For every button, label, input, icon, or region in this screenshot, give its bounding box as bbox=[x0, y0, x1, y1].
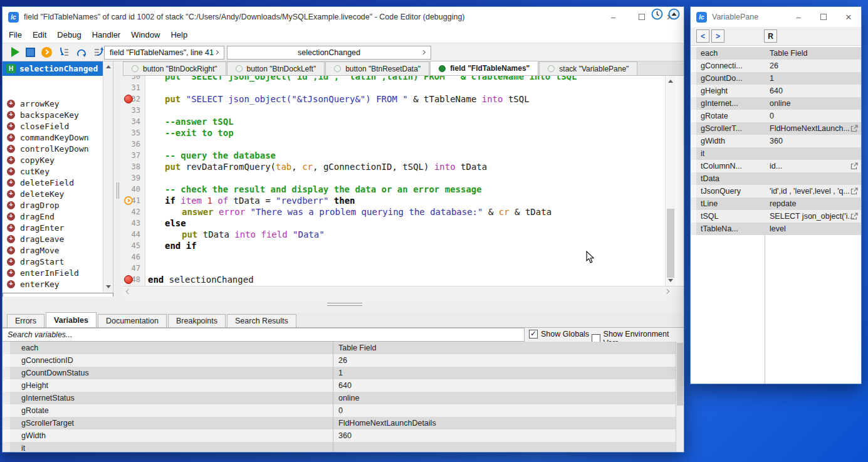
vp-variable-row[interactable]: eachTable Field bbox=[691, 47, 861, 60]
code-line[interactable]: 46 bbox=[123, 251, 665, 263]
code-line[interactable]: 47 bbox=[123, 263, 665, 274]
breakpoint-icon[interactable] bbox=[124, 95, 133, 103]
code-line[interactable]: 36 bbox=[123, 139, 665, 150]
scroll-left-icon[interactable] bbox=[126, 289, 131, 294]
gutter-cell[interactable]: 45 bbox=[123, 240, 145, 251]
vp-variable-row[interactable]: tData bbox=[691, 172, 861, 185]
handler-item-controlkeydown[interactable]: +controlKeyDown bbox=[3, 143, 103, 154]
history-icon[interactable] bbox=[651, 8, 663, 20]
tab-search-results[interactable]: Search Results bbox=[227, 314, 296, 327]
vp-variable-row[interactable]: tLinerepdate bbox=[691, 197, 861, 210]
vp-variable-row[interactable]: gRotate0 bbox=[691, 110, 861, 122]
gutter-cell[interactable]: 30 bbox=[123, 76, 145, 82]
vp-variable-row[interactable]: it bbox=[691, 147, 861, 160]
gutter-cell[interactable]: 43 bbox=[123, 218, 145, 229]
handler-item-dragdrop[interactable]: +dragDrop bbox=[3, 199, 103, 211]
handler-item-dragenter[interactable]: +dragEnter bbox=[3, 222, 103, 233]
refresh-button[interactable]: R bbox=[764, 29, 777, 43]
maximize-button[interactable] bbox=[811, 7, 836, 27]
vp-variable-row[interactable]: tTableNa...level bbox=[691, 223, 861, 235]
gutter-cell[interactable]: 39 bbox=[123, 172, 145, 184]
gutter-cell[interactable]: 35 bbox=[123, 127, 145, 139]
editor-tab[interactable]: stack "VariablePane" bbox=[539, 61, 637, 75]
open-in-editor-icon[interactable] bbox=[850, 125, 858, 132]
step-into-icon[interactable] bbox=[58, 47, 70, 58]
vp-variable-row[interactable]: tColumnN...id... bbox=[691, 160, 861, 172]
menu-help[interactable]: Help bbox=[170, 30, 187, 39]
vp-variable-row[interactable]: tJsonQuery'id',id , 'level',level , 'q..… bbox=[691, 185, 861, 197]
tab-breakpoints[interactable]: Breakpoints bbox=[168, 314, 226, 327]
code-line[interactable]: 43else bbox=[123, 218, 665, 229]
stop-icon[interactable] bbox=[26, 48, 35, 57]
previous-button[interactable]: < bbox=[696, 29, 709, 43]
gutter-cell[interactable]: 38 bbox=[123, 161, 145, 172]
scroll-right-icon[interactable] bbox=[664, 289, 669, 294]
sidebar-scrollbar[interactable] bbox=[103, 61, 113, 292]
tab-variables[interactable]: Variables bbox=[46, 312, 97, 327]
vp-variable-row[interactable]: gHeight640 bbox=[691, 85, 861, 97]
collapse-panel-icon[interactable] bbox=[668, 8, 680, 20]
breakpoint-icon[interactable] bbox=[124, 275, 133, 284]
variable-row[interactable]: gCountDownStatus1 bbox=[3, 367, 676, 379]
tab-documentation[interactable]: Documentation bbox=[98, 314, 167, 327]
search-variables-input[interactable] bbox=[3, 328, 525, 342]
handler-item-enterinfield[interactable]: +enterInField bbox=[3, 267, 103, 278]
menu-file[interactable]: File bbox=[9, 30, 22, 39]
scrollbar-thumb[interactable] bbox=[677, 343, 683, 406]
gutter-cell[interactable]: 32 bbox=[123, 93, 145, 105]
variable-row[interactable]: gScrollerTargetFldHomeNextLaunchDetails bbox=[3, 417, 676, 429]
code-line[interactable]: 35--exit to top bbox=[123, 127, 665, 139]
code-line[interactable]: 39 bbox=[123, 172, 665, 184]
handler-item-dragmove[interactable]: +dragMove bbox=[3, 244, 103, 256]
menu-window[interactable]: Window bbox=[131, 30, 160, 39]
step-out-icon[interactable] bbox=[76, 47, 87, 58]
handler-item-cutkey[interactable]: +cutKey bbox=[3, 165, 103, 177]
table-scrollbar[interactable] bbox=[676, 342, 684, 452]
vp-variable-row[interactable]: gScrollerT...FldHomeNextLaunch... bbox=[691, 122, 861, 135]
handler-item-closefield[interactable]: +closeField bbox=[3, 120, 103, 132]
handler-item-deletekey[interactable]: +deleteKey bbox=[3, 188, 103, 199]
variable-row[interactable]: eachTable Field bbox=[3, 342, 676, 354]
handler-item-arrowkey[interactable]: +arrowKey bbox=[3, 98, 103, 109]
code-horizontal-scrollbar[interactable] bbox=[123, 286, 684, 297]
main-titlebar[interactable]: lc field "FldTableNames" of card id 1002… bbox=[3, 7, 684, 27]
scroll-up-icon[interactable] bbox=[668, 80, 673, 83]
gutter-cell[interactable]: 42 bbox=[123, 206, 145, 218]
gutter-cell[interactable]: 34 bbox=[123, 116, 145, 127]
scroll-down-icon[interactable] bbox=[668, 279, 673, 282]
show-globals-checkbox[interactable] bbox=[529, 330, 538, 339]
gutter-cell[interactable]: 31 bbox=[123, 82, 145, 93]
menu-edit[interactable]: Edit bbox=[33, 30, 46, 39]
open-in-editor-icon[interactable] bbox=[850, 213, 858, 220]
code-line[interactable]: 45end if bbox=[123, 240, 665, 251]
show-globals-group[interactable]: Show Globals bbox=[529, 330, 589, 339]
handler-dropdown[interactable]: selectionChanged bbox=[227, 46, 431, 60]
scroll-up-icon[interactable] bbox=[106, 65, 111, 68]
editor-tab[interactable]: field "FldTableNames" bbox=[430, 61, 538, 75]
handler-item-commandkeydown[interactable]: +commandKeyDown bbox=[3, 132, 103, 143]
code-line[interactable]: 41if item 1 of tData = "revdberr" then bbox=[123, 195, 665, 206]
code-line[interactable]: 33 bbox=[123, 105, 665, 116]
handler-item-copykey[interactable]: +copyKey bbox=[3, 154, 103, 165]
run-icon[interactable] bbox=[11, 47, 19, 57]
vp-variable-row[interactable]: gWidth360 bbox=[691, 135, 861, 147]
editor-tab[interactable]: button "BtnDockLeft" bbox=[227, 61, 325, 75]
scrollbar-thumb[interactable] bbox=[667, 209, 674, 278]
close-button[interactable]: ✕ bbox=[836, 7, 861, 27]
gutter-cell[interactable]: 41 bbox=[123, 195, 145, 206]
variable-row[interactable]: gInternetStatusonline bbox=[3, 392, 676, 404]
vp-variable-row[interactable]: tSQLSELECT json_object('i... bbox=[691, 210, 861, 223]
handler-item-dragleave[interactable]: +dragLeave bbox=[3, 233, 103, 244]
tab-errors[interactable]: Errors bbox=[7, 314, 44, 327]
gutter-cell[interactable]: 37 bbox=[123, 150, 145, 161]
gutter-cell[interactable]: 44 bbox=[123, 229, 145, 240]
variable-row[interactable]: gHeight640 bbox=[3, 379, 676, 392]
editor-tab[interactable]: button "BtnResetData" bbox=[325, 61, 429, 75]
vp-variable-row[interactable]: gConnecti...26 bbox=[691, 60, 861, 72]
handler-item-deletefield[interactable]: +deleteField bbox=[3, 177, 103, 188]
gutter-cell[interactable]: 48 bbox=[123, 274, 145, 285]
gutter-cell[interactable]: 40 bbox=[123, 184, 145, 195]
code-line[interactable]: 42answer error "There was a problem quer… bbox=[123, 206, 665, 218]
minimize-button[interactable]: – bbox=[786, 7, 811, 27]
open-in-editor-icon[interactable] bbox=[850, 162, 858, 170]
